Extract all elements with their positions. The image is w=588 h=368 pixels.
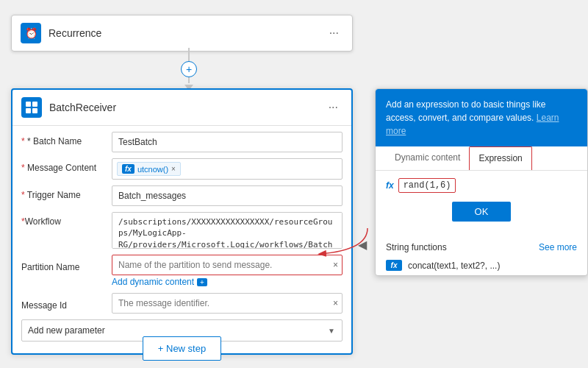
new-step-button[interactable]: + New step <box>143 336 221 361</box>
step-connector: + <box>181 48 197 91</box>
batch-header: BatchReceiver ··· <box>12 90 351 126</box>
token-value: utcnow() <box>137 165 168 174</box>
panel-arrow-indicator: ◀ <box>358 238 367 252</box>
see-more-link[interactable]: See more <box>539 242 577 252</box>
expression-area: fx rand(1,6) OK <box>376 171 587 238</box>
popup-header-text: Add an expression to do basic things lik… <box>386 99 545 123</box>
batch-body: * * Batch Name * Message Content fx utcn… <box>12 126 351 353</box>
batch-receiver-block: BatchReceiver ··· * * Batch Name * Messa… <box>11 88 353 355</box>
svg-rect-2 <box>26 108 31 113</box>
popup-header: Add an expression to do basic things lik… <box>376 89 587 146</box>
add-dynamic-content-link[interactable]: Add dynamic content + <box>112 277 343 287</box>
message-content-token-container[interactable]: fx utcnow() × <box>112 158 343 180</box>
utcnow-token[interactable]: fx utcnow() × <box>117 162 181 176</box>
svg-rect-3 <box>32 108 37 113</box>
expression-input-row: fx rand(1,6) <box>386 178 577 193</box>
concat-function-item[interactable]: fx concat(text1, text2?, ...) <box>376 255 587 275</box>
batch-title: BatchReceiver <box>49 102 324 113</box>
partition-name-row: Partition Name × <box>21 255 343 275</box>
token-close-button[interactable]: × <box>171 165 176 173</box>
svg-rect-0 <box>26 102 31 107</box>
trigger-name-input[interactable] <box>112 185 343 206</box>
func-fx-icon: fx <box>386 260 402 271</box>
recurrence-title: Recurrence <box>49 27 325 39</box>
connector-line-top <box>188 48 190 61</box>
new-step-area: + New step <box>11 329 353 368</box>
message-content-label: * Message Content <box>21 158 106 173</box>
expression-value-display: rand(1,6) <box>398 178 456 193</box>
string-functions-section: String functions See more <box>376 238 587 255</box>
workflow-input[interactable]: /subscriptions/XXXXXXXXXXXXXXXX/resource… <box>112 212 343 249</box>
message-id-clear-button[interactable]: × <box>333 298 338 308</box>
expression-popup-panel: Add an expression to do basic things lik… <box>375 88 588 276</box>
func-name-label: concat(text1, text2?, ...) <box>408 261 500 271</box>
partition-clear-button[interactable]: × <box>333 260 338 270</box>
workflow-label: *Workflow <box>21 212 106 227</box>
add-dynamic-content-label: Add dynamic content <box>112 277 194 287</box>
trigger-name-row: * Trigger Name <box>21 185 343 206</box>
batch-name-row: * * Batch Name <box>21 132 343 152</box>
message-content-row: * Message Content fx utcnow() × <box>21 158 343 180</box>
connector-line-bottom <box>188 77 190 83</box>
partition-name-input[interactable] <box>112 255 343 275</box>
batch-name-input[interactable] <box>112 132 343 152</box>
batch-name-label: * * Batch Name <box>21 132 106 146</box>
fx-icon: fx <box>386 180 394 191</box>
partition-name-label: Partition Name <box>21 258 106 272</box>
message-id-label: Message Id <box>21 296 106 311</box>
recurrence-icon: ⏰ <box>21 23 41 43</box>
tab-dynamic-content[interactable]: Dynamic content <box>386 146 469 170</box>
popup-tabs: Dynamic content Expression <box>376 146 587 171</box>
recurrence-block: ⏰ Recurrence ··· <box>11 15 353 52</box>
fx-badge: fx <box>122 164 135 174</box>
svg-rect-1 <box>32 102 37 107</box>
message-id-row: Message Id × <box>21 293 343 314</box>
trigger-name-label: * Trigger Name <box>21 185 106 200</box>
message-id-input[interactable] <box>112 293 343 314</box>
ok-button[interactable]: OK <box>452 202 511 222</box>
message-id-input-wrapper: × <box>112 293 343 314</box>
tab-expression[interactable]: Expression <box>469 146 531 170</box>
batch-more-button[interactable]: ··· <box>324 99 343 116</box>
string-functions-label: String functions <box>386 242 447 252</box>
workflow-row: *Workflow /subscriptions/XXXXXXXXXXXXXXX… <box>21 212 343 249</box>
recurrence-more-button[interactable]: ··· <box>325 25 343 41</box>
partition-input-wrapper: × <box>112 255 343 275</box>
dynamic-badge: + <box>197 278 207 286</box>
batch-icon <box>21 97 42 118</box>
add-step-button[interactable]: + <box>181 61 197 77</box>
